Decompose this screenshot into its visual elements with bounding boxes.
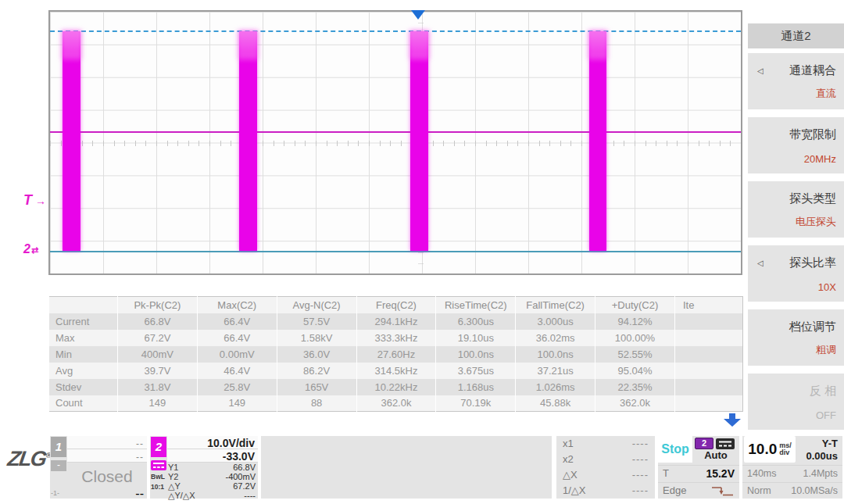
measurement-cell: [675, 313, 743, 330]
measurement-cell: 66.4V: [197, 330, 277, 346]
measurement-cell: [675, 379, 743, 395]
readout-label: △Y/△X: [168, 491, 195, 500]
trigger-position-marker-icon[interactable]: [411, 10, 425, 20]
cursor-y1-line[interactable]: [50, 30, 741, 32]
ch1-extra-value: --: [135, 487, 144, 500]
row-label: Avg: [49, 363, 118, 379]
trigger-dc-coupling-icon: [716, 438, 735, 449]
cursor-label: △X: [563, 467, 578, 483]
ch1-rail: 1 - -1-: [50, 436, 67, 499]
column-header: Max(C2): [197, 297, 277, 313]
row-label: Max: [49, 330, 118, 346]
channel2-status[interactable]: 2 BwL 10:1 10.0V/div -33.0V Y166.8VY2-40…: [150, 436, 258, 499]
ch1-readout: -- -- Closed --: [67, 436, 147, 499]
ch1-badge[interactable]: 1: [51, 437, 66, 457]
measurement-cell: 294.1kHz: [356, 313, 436, 330]
measurement-cell: 52.55%: [595, 346, 675, 363]
cursor-label: x1: [563, 436, 574, 452]
trigger-level-label: T: [23, 192, 32, 208]
readout-label: Y2: [168, 472, 178, 481]
menu-item-label: 探头比率: [789, 256, 836, 270]
measurement-table-header: Pk-Pk(C2)Max(C2)Avg-N(C2)Freq(C2)RiseTim…: [49, 297, 743, 313]
menu-item-2[interactable]: 带宽限制20MHz: [748, 117, 844, 173]
probe-ratio-flag: 10:1: [151, 483, 167, 491]
ch2-position-marker[interactable]: 2⇄: [23, 242, 38, 256]
timebase-unit-bottom: div: [779, 449, 792, 456]
measurement-cell: 39.7V: [118, 363, 198, 379]
measurement-cell: 66.4V: [197, 313, 277, 330]
trigger-source-badge[interactable]: 2: [695, 438, 713, 449]
cursor-y2-line[interactable]: [50, 251, 741, 252]
drag-arrow-icon: ⇄: [31, 245, 38, 255]
ch2-readout-row: Y166.8V: [167, 463, 258, 472]
cursor-value: ----: [632, 436, 649, 452]
pulse-burst: [410, 31, 428, 250]
pulse-burst: [589, 31, 607, 250]
table-row: Min400mV0.00mV36.0V27.60Hz100.0ns100.0ns…: [49, 346, 743, 363]
trigger-level-title: T: [663, 466, 669, 481]
cursor-label: x2: [563, 452, 574, 467]
timebase-scale-box[interactable]: 10.0 ms/ div: [744, 436, 796, 463]
readout-value: ----: [244, 491, 256, 500]
measurement-cell: 36.0V: [277, 346, 356, 363]
cursor-rows: x1----x2----△X----1/△X----: [556, 436, 655, 499]
measurement-cell: 22.35%: [595, 379, 675, 395]
readout-label: Y1: [168, 463, 178, 472]
measurement-cell: 95.04%: [595, 363, 675, 379]
falling-edge-icon: [711, 485, 735, 497]
cursor-readouts-panel: x1----x2----△X----1/△X----: [556, 436, 655, 499]
trigger-level-marker[interactable]: T→: [23, 192, 46, 209]
empty-panel: [261, 436, 552, 499]
horizontal-axis-ticks: [50, 141, 741, 146]
cursor-row: x2----: [556, 452, 655, 467]
measurement-cell: 400mV: [118, 346, 198, 363]
table-row: Stdev31.8V25.8V165V10.22kHz1.168us1.026m…: [49, 379, 743, 395]
ch2-offset-value: -33.0V: [223, 450, 255, 463]
measurement-cell: 37.21us: [516, 363, 595, 379]
menu-item-label: 通道耦合: [789, 63, 836, 78]
table-row: Max67.2V66.4V1.58kV333.3kHz19.10us36.02m…: [49, 330, 743, 346]
menu-item-value: 粗调: [816, 343, 836, 357]
menu-item-1[interactable]: 通道耦合直流: [748, 53, 844, 109]
measurement-cell: 88: [277, 395, 356, 412]
channel1-status[interactable]: 1 - -1- -- -- Closed --: [50, 436, 147, 499]
measurement-cell: 3.675us: [436, 363, 516, 379]
menu-item-value: 20MHz: [804, 153, 836, 165]
row-label: Min: [49, 346, 118, 363]
ch1-closed-status: Closed: [67, 463, 147, 489]
measurement-cell: 70.19k: [436, 395, 516, 412]
menu-item-label: 探头类型: [789, 191, 836, 206]
measurement-cell: 362.0k: [595, 395, 675, 412]
ch2-readout: 10.0V/div -33.0V Y166.8VY2-400mV△Y67.2V△…: [167, 436, 258, 499]
ch2-badge[interactable]: 2: [151, 437, 166, 457]
measurement-cell: [675, 346, 743, 363]
waveform-display[interactable]: [48, 10, 742, 275]
ch2-rail: 2 BwL 10:1: [150, 436, 167, 499]
ch1-scale-value: --: [136, 438, 144, 449]
table-scroll-down-icon[interactable]: [724, 413, 741, 427]
trigger-delay-value: 0.00us: [806, 450, 838, 462]
measurement-cell: 100.0ns: [516, 346, 595, 363]
menu-item-label: 带宽限制: [789, 127, 836, 142]
menu-item-6[interactable]: 反 相OFF: [748, 374, 844, 430]
menu-item-value: OFF: [816, 409, 836, 421]
menu-item-3[interactable]: 探头类型电压探头: [748, 181, 844, 238]
menu-item-5[interactable]: 档位调节粗调: [748, 309, 844, 366]
measurement-cell: 27.60Hz: [356, 346, 436, 363]
ch1-minus-badge: -: [51, 460, 66, 471]
measurement-cell: 3.000us: [516, 313, 595, 330]
menu-title: 通道2: [748, 23, 844, 48]
left-arrow-icon: [757, 66, 764, 75]
measurement-cell: 67.2V: [118, 330, 198, 346]
menu-item-4[interactable]: 探头比率10X: [748, 245, 844, 302]
trigger-mode[interactable]: Auto: [695, 449, 737, 461]
readout-value: 67.2V: [233, 481, 256, 491]
trigger-source[interactable]: 2: [695, 438, 735, 449]
pulse-burst: [239, 31, 257, 250]
run-state-button[interactable]: Stop: [658, 436, 692, 463]
row-label: Stdev: [49, 379, 118, 395]
row-label: Count: [49, 395, 118, 412]
column-header: Ite: [675, 297, 743, 313]
left-arrow-icon: [757, 259, 764, 267]
measurement-cell: [675, 330, 743, 346]
